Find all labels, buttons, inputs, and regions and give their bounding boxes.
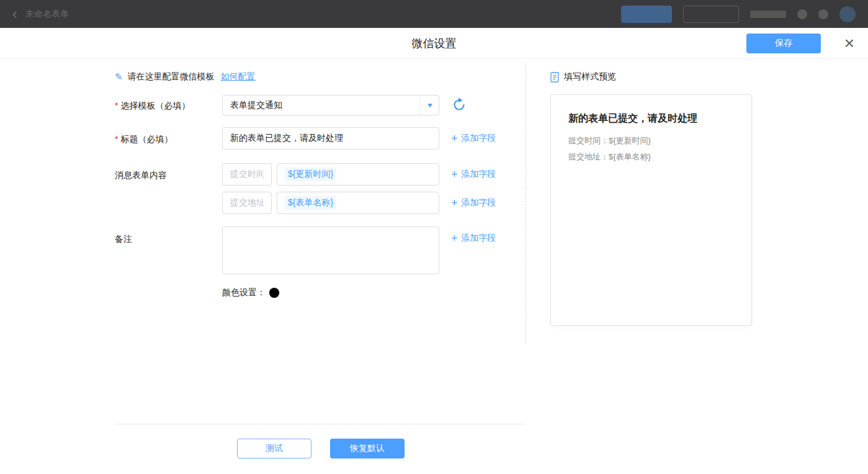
title-label: *标题（必填） <box>115 128 172 150</box>
required-mark: * <box>115 101 118 110</box>
restore-default-button[interactable]: 恢复默认 <box>330 439 405 458</box>
add-field-button[interactable]: + 添加字段 <box>451 192 496 214</box>
chevron-down-icon[interactable]: ▼ <box>420 96 439 115</box>
vertical-divider <box>526 64 526 343</box>
back-icon[interactable]: ‹ <box>12 7 17 21</box>
intro-text: 请在这里配置微信模板 <box>128 71 215 83</box>
plus-icon: + <box>451 233 458 244</box>
add-field-button[interactable]: + 添加字段 <box>451 163 496 186</box>
template-select-value: 表单提交通知 <box>230 100 282 111</box>
preview-card: 新的表单已提交，请及时处理 提交时间：${更新时间} 提交地址：${表单名称} <box>550 94 752 326</box>
intro-row: ✎ 请在这里配置微信模板 如何配置 <box>115 70 256 84</box>
document-icon <box>550 72 559 83</box>
topbar-secondary-button[interactable] <box>683 6 739 23</box>
add-field-button[interactable]: + 添加字段 <box>451 127 496 150</box>
field-variable-chip: ${表单名称} <box>285 196 336 210</box>
template-select[interactable]: 表单提交通知 ▼ <box>222 95 439 115</box>
preview-line: 提交时间：${更新时间} <box>568 133 734 149</box>
how-to-configure-link[interactable]: 如何配置 <box>221 71 256 83</box>
refresh-icon[interactable] <box>452 97 467 112</box>
content-key-input[interactable] <box>222 163 272 186</box>
color-setting-row: 颜色设置： <box>222 286 279 300</box>
content-value-input[interactable]: ${表单名称} <box>277 192 439 214</box>
content-value-input[interactable]: ${更新时间} <box>277 163 439 186</box>
content-label: 消息表单内容 <box>115 164 167 186</box>
template-label: *选择模板（必填） <box>115 95 190 116</box>
content-key-input[interactable] <box>222 192 272 214</box>
avatar[interactable] <box>839 6 856 22</box>
preview-title: 新的表单已提交，请及时处理 <box>568 112 734 125</box>
color-setting-label: 颜色设置： <box>222 287 266 298</box>
title-input[interactable] <box>222 127 439 150</box>
color-swatch[interactable] <box>269 288 279 298</box>
close-icon[interactable]: × <box>844 34 854 53</box>
preview-header-label: 填写样式预览 <box>564 71 616 83</box>
topbar: ‹ 未命名表单 <box>0 0 868 28</box>
wechat-settings-panel: ✎ 请在这里配置微信模板 如何配置 *选择模板（必填） 表单提交通知 ▼ *标题… <box>0 59 868 474</box>
topbar-primary-button[interactable] <box>621 6 672 23</box>
edit-pencil-icon: ✎ <box>115 71 123 83</box>
form-title: 未命名表单 <box>25 9 69 20</box>
required-mark: * <box>115 134 118 144</box>
test-button[interactable]: 测试 <box>237 439 311 458</box>
topbar-notification-icon[interactable] <box>818 9 828 19</box>
plus-icon: + <box>451 133 458 144</box>
field-variable-chip: ${更新时间} <box>285 168 336 181</box>
remark-label: 备注 <box>115 228 132 250</box>
modal-header: 微信设置 保存 × <box>0 28 868 59</box>
footer-divider <box>115 424 526 424</box>
preview-line: 提交地址：${表单名称} <box>568 149 734 165</box>
topbar-menu-item[interactable] <box>750 11 786 18</box>
plus-icon: + <box>451 169 458 180</box>
preview-header: 填写样式预览 <box>550 70 616 84</box>
add-field-button[interactable]: + 添加字段 <box>451 227 496 249</box>
save-button[interactable]: 保存 <box>746 34 821 53</box>
remark-textarea[interactable] <box>222 226 439 274</box>
plus-icon: + <box>451 197 458 208</box>
topbar-help-icon[interactable] <box>797 9 807 19</box>
page-title: 微信设置 <box>0 28 868 59</box>
